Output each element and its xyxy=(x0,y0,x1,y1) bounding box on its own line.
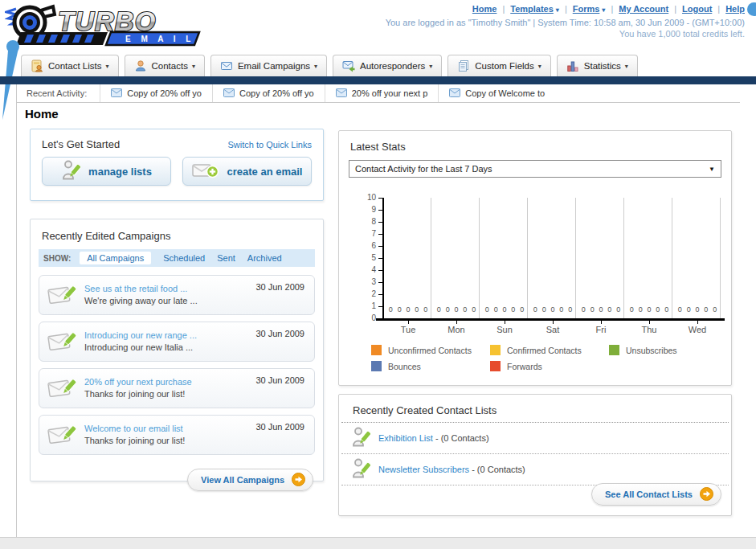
header-link-my-account[interactable]: My Account xyxy=(619,4,668,14)
logo-graphic: E M A I L TURBO xyxy=(5,2,207,48)
arrow-circle-icon xyxy=(292,473,305,488)
view-all-campaigns-button[interactable]: View All Campaigns xyxy=(187,469,313,491)
recent-activity-item-label: Copy of Welcome to xyxy=(465,88,545,98)
filter-archived[interactable]: Archived xyxy=(247,253,282,263)
contacts-icon xyxy=(134,59,147,72)
tab-autoresponders[interactable]: Autoresponders▾ xyxy=(333,55,442,76)
legend-item-bounces: Bounces xyxy=(371,361,490,371)
header-link-forms[interactable]: Forms▾ xyxy=(573,4,606,14)
tab-email-campaigns[interactable]: Email Campaigns▾ xyxy=(210,55,327,76)
manage-lists-button[interactable]: manage lists xyxy=(42,157,171,186)
value-label: 0 xyxy=(713,305,717,313)
autoresponders-icon xyxy=(342,59,355,72)
legend-swatch xyxy=(490,361,501,371)
value-label: 0 xyxy=(398,305,402,313)
envelope-icon xyxy=(111,88,122,99)
contact-list-link[interactable]: Exhibition List xyxy=(378,433,433,443)
separator: | xyxy=(565,4,567,14)
chevron-down-icon: ▾ xyxy=(556,6,559,14)
campaign-title-link[interactable]: Introducing our new range ... xyxy=(84,330,197,342)
contact-list-count: - (0 Contacts) xyxy=(469,465,525,474)
right-column: Latest Stats Contact Activity for the La… xyxy=(338,130,732,516)
chart-gridline xyxy=(527,198,528,318)
chart-gridline xyxy=(575,198,576,318)
filter-scheduled[interactable]: Scheduled xyxy=(163,253,205,263)
switch-to-quick-links[interactable]: Switch to Quick Links xyxy=(227,140,312,150)
envelope-pencil-icon xyxy=(47,330,76,354)
filter-all-campaigns[interactable]: All Campaigns xyxy=(80,252,151,264)
category-label-sun: Sun xyxy=(480,325,529,334)
campaign-item[interactable]: See us at the retail food ...We're givin… xyxy=(39,275,315,315)
campaign-item[interactable]: Welcome to our email listThanks for join… xyxy=(39,415,315,455)
tab-custom-fields[interactable]: Custom Fields▾ xyxy=(447,55,551,76)
campaign-item[interactable]: 20% off your next purchaseThanks for joi… xyxy=(39,368,315,408)
header-link-logout[interactable]: Logout xyxy=(682,4,712,14)
y-tick-label: 4 xyxy=(353,265,376,274)
campaign-filters: All CampaignsScheduledSentArchived xyxy=(80,252,281,264)
campaign-list: See us at the retail food ...We're givin… xyxy=(31,267,323,455)
contact-list-text: Exhibition List - (0 Contacts) xyxy=(378,433,489,443)
value-label: 0 xyxy=(664,305,668,313)
y-tick-label: 10 xyxy=(353,193,376,202)
recent-activity-item[interactable]: Copy of Welcome to xyxy=(438,84,555,102)
recent-activity-item[interactable]: Copy of 20% off yo xyxy=(100,84,212,102)
campaign-subtitle: Thanks for joining our list! xyxy=(84,388,192,400)
category-label-wed: Wed xyxy=(673,325,721,334)
contact-lists-panel: Recently Created Contact Lists Exhibitio… xyxy=(338,394,732,516)
person-pencil-icon xyxy=(61,159,80,184)
tab-statistics[interactable]: Statistics▾ xyxy=(557,55,638,76)
contact-list-item[interactable]: Newsletter Subscribers - (0 Contacts) xyxy=(341,454,729,485)
stats-period-select[interactable]: Contact Activity for the Last 7 Days ▼ xyxy=(349,160,721,178)
category-label-thu: Thu xyxy=(625,325,673,334)
recent-activity-item[interactable]: Copy of 20% off yo xyxy=(212,84,325,102)
value-label: 0 xyxy=(678,305,682,313)
header-link-templates[interactable]: Templates▾ xyxy=(510,4,559,14)
recent-activity-items: Copy of 20% off yoCopy of 20% off yo20% … xyxy=(100,84,555,102)
value-label-group: 00000 xyxy=(625,305,673,313)
tab-contacts[interactable]: Contacts▾ xyxy=(125,55,205,76)
campaign-subtitle: Introducing our new Italia ... xyxy=(84,342,197,354)
create-an-email-button[interactable]: create an email xyxy=(182,157,312,186)
contact-lists-icon xyxy=(31,59,43,72)
value-label: 0 xyxy=(550,305,554,313)
recent-campaigns-panel: Recently Edited Campaigns SHOW: All Camp… xyxy=(30,219,324,481)
tab-label-custom-fields: Custom Fields xyxy=(475,61,534,71)
value-label: 0 xyxy=(437,305,441,313)
contact-list-item[interactable]: Exhibition List - (0 Contacts) xyxy=(341,423,729,454)
recent-activity-item[interactable]: 20% off your next p xyxy=(325,84,439,102)
contact-list-link[interactable]: Newsletter Subscribers xyxy=(378,465,469,474)
recent-activity-bar: Recent Activity: Copy of 20% off yoCopy … xyxy=(17,84,740,103)
value-label: 0 xyxy=(494,305,498,313)
tab-contact-lists[interactable]: Contact Lists▾ xyxy=(21,55,119,76)
latest-stats-panel: Latest Stats Contact Activity for the La… xyxy=(338,130,732,386)
chart-gridline xyxy=(479,198,480,318)
value-label: 0 xyxy=(656,305,660,313)
contact-lists-items: Exhibition List - (0 Contacts)Newsletter… xyxy=(339,423,731,485)
see-all-contact-lists-button[interactable]: See All Contact Lists xyxy=(591,483,721,506)
value-label: 0 xyxy=(415,305,419,313)
category-label-mon: Mon xyxy=(432,325,480,334)
campaign-subtitle: Thanks for joining our list! xyxy=(84,435,185,447)
value-label: 0 xyxy=(454,305,458,313)
value-label: 0 xyxy=(568,305,572,313)
header-link-home[interactable]: Home xyxy=(472,4,497,14)
legend-label: Bounces xyxy=(388,362,421,371)
header-link-help[interactable]: Help xyxy=(725,4,745,14)
campaign-title-link[interactable]: 20% off your next purchase xyxy=(84,376,192,388)
campaign-title-link[interactable]: Welcome to our email list xyxy=(84,423,185,435)
person-pencil-icon xyxy=(351,426,370,450)
filter-sent[interactable]: Sent xyxy=(217,253,235,263)
envelope-icon xyxy=(223,88,235,99)
legend-item-forwards: Forwards xyxy=(490,361,609,371)
value-label: 0 xyxy=(582,305,586,313)
email-campaigns-icon xyxy=(220,59,233,72)
chevron-down-icon: ▾ xyxy=(538,63,541,70)
campaign-title-link[interactable]: See us at the retail food ... xyxy=(84,283,198,295)
show-label: SHOW: xyxy=(43,254,71,263)
legend-label: Forwards xyxy=(507,362,542,371)
statistics-icon xyxy=(566,59,579,72)
y-tick-label: 7 xyxy=(353,229,376,238)
campaign-item[interactable]: Introducing our new range ...Introducing… xyxy=(39,322,315,362)
value-label-group: 00000 xyxy=(529,305,577,313)
see-all-contact-lists-label: See All Contact Lists xyxy=(605,490,693,499)
